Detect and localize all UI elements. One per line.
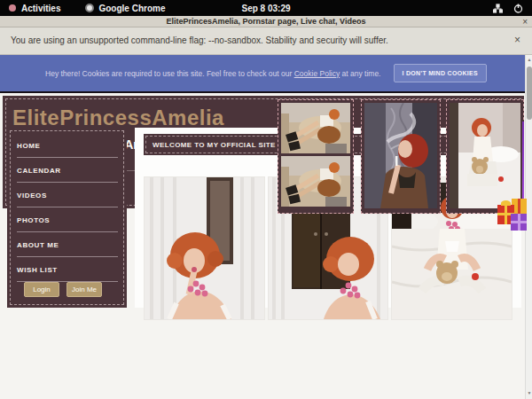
gift-ribbon-line (522, 121, 524, 206)
network-icon[interactable] (493, 4, 503, 13)
window-title: ElitePrincesAmelia, Pornstar page, Live … (0, 17, 532, 26)
gallery-photo-curtain[interactable] (145, 177, 264, 319)
sidebar-item-wish-list[interactable]: WISH LIST (17, 257, 118, 282)
sidebar-item-about-me[interactable]: ABOUT ME (17, 232, 118, 257)
welcome-heading: WELCOME TO MY OFFICIAL SITE (153, 141, 276, 149)
gift-icon[interactable] (497, 197, 530, 234)
cookie-policy-link[interactable]: Cookie Policy (294, 69, 340, 78)
sidebar-item-videos[interactable]: VIDEOS (17, 183, 118, 207)
sidebar-item-home[interactable]: HOME (17, 133, 118, 158)
gnome-top-bar: Activities Google Chrome Sep 8 03:29 (0, 0, 532, 16)
unsupported-flag-infobar: You are using an unsupported command-lin… (0, 27, 532, 55)
sidebar-item-calendar[interactable]: CALENDAR (17, 158, 118, 183)
window-close-icon[interactable]: × (522, 16, 528, 27)
sidebar-nav: HOME CALENDAR VIDEOS PHOTOS ABOUT ME WIS… (7, 128, 127, 308)
header-photo-couch[interactable] (278, 99, 354, 214)
sidebar-item-photos[interactable]: PHOTOS (17, 207, 118, 232)
cookie-message: Hey there! Cookies are required to use t… (45, 69, 380, 78)
infobar-close-icon[interactable]: × (514, 34, 520, 46)
window-titlebar[interactable]: ElitePrincesAmelia, Pornstar page, Live … (0, 16, 532, 27)
cookie-accept-button[interactable]: I DON'T MIND COOKIES (394, 64, 487, 82)
couch-scene-top (281, 103, 350, 153)
infobar-message: You are using an unsupported command-lin… (11, 35, 388, 45)
smoking-scene (364, 103, 437, 208)
bed-scene (450, 103, 520, 208)
login-button[interactable]: Login (24, 282, 59, 297)
join-me-button[interactable]: Join Me (66, 282, 102, 297)
header-photo-smoking[interactable] (361, 99, 441, 214)
cookie-message-prefix: Hey there! Cookies are required to use t… (45, 69, 294, 78)
couch-scene-bottom (281, 156, 350, 207)
curtain-portrait-scene (145, 177, 264, 319)
site-title: ElitePrincessAmelia (12, 106, 224, 130)
scroll-down-icon[interactable]: ▼ (526, 388, 532, 397)
scroll-up-icon[interactable]: ▲ (526, 55, 532, 64)
cookie-message-suffix: at any time. (340, 69, 380, 78)
cookie-consent-bar: Hey there! Cookies are required to use t… (0, 55, 532, 91)
power-icon[interactable] (513, 4, 523, 13)
clock[interactable]: Sep 8 03:29 (0, 4, 532, 13)
gift-box-purple (511, 214, 527, 231)
scrollbar-thumb[interactable] (527, 66, 532, 120)
